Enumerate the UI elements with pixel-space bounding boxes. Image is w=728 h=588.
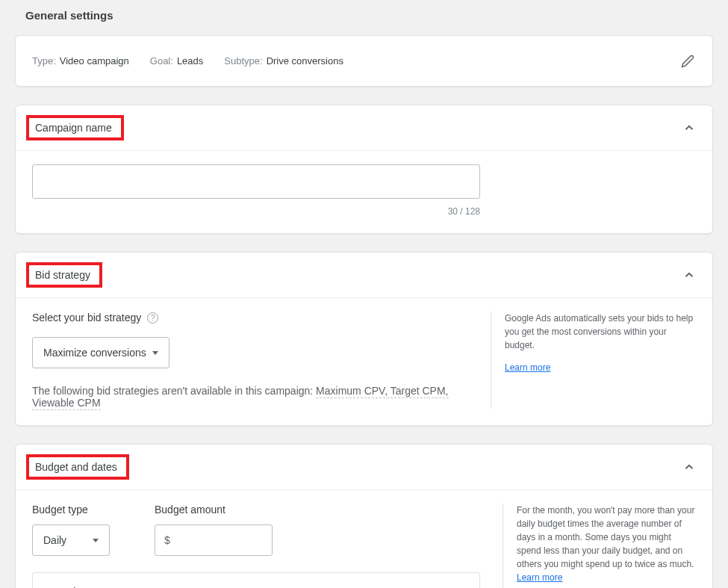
budget-amount-label: Budget amount (155, 504, 273, 516)
chevron-up-icon[interactable] (682, 267, 697, 282)
learn-more-link[interactable]: Learn more (505, 361, 550, 374)
bid-strategy-select-label: Select your bid strategy ? (32, 312, 453, 324)
learn-more-link[interactable]: Learn more (517, 572, 562, 583)
bid-strategy-title: Bid strategy (35, 269, 90, 281)
budget-dates-section: Budget and dates Budget type Daily (15, 444, 713, 588)
budget-type-dropdown[interactable]: Daily (32, 524, 110, 556)
budget-type-group: Budget type Daily (32, 504, 110, 556)
bid-strategy-section: Bid strategy Select your bid strategy ? … (15, 252, 713, 426)
summary-subtype-label: Subtype: (224, 55, 262, 66)
chevron-down-icon (152, 351, 158, 355)
campaign-name-title: Campaign name (35, 122, 112, 134)
campaign-name-title-highlight: Campaign name (26, 115, 124, 140)
bid-strategy-header: Bid strategy (16, 253, 712, 298)
budget-type-label: Budget type (32, 504, 110, 516)
summary-subtype-value: Drive conversions (267, 55, 343, 66)
summary-goal-value: Leads (177, 55, 203, 66)
campaign-name-counter: 30 / 128 (32, 206, 480, 217)
budget-type-value: Daily (43, 534, 66, 546)
campaign-name-input[interactable] (32, 164, 480, 199)
bid-strategy-help-panel: Google Ads automatically sets your bids … (491, 312, 696, 409)
bid-strategy-note: The following bid strategies aren't avai… (32, 385, 453, 409)
budget-help-panel: For the month, you won't pay more than y… (503, 504, 696, 588)
budget-dates-header: Budget and dates (16, 445, 712, 490)
budget-dates-title: Budget and dates (35, 461, 117, 473)
campaign-name-section: Campaign name 30 / 128 (15, 105, 713, 234)
chevron-down-icon (93, 539, 99, 542)
budget-dates-title-highlight: Budget and dates (26, 454, 129, 480)
edit-icon[interactable] (679, 53, 696, 69)
budget-amount-group: Budget amount $ (155, 504, 273, 556)
chevron-up-icon[interactable] (682, 459, 697, 474)
bid-strategy-dropdown[interactable]: Maximize conversions (32, 337, 169, 368)
budget-help-text: For the month, you won't pay more than y… (517, 504, 696, 571)
bid-strategy-selected: Maximize conversions (43, 347, 146, 359)
campaign-name-header: Campaign name (16, 105, 712, 151)
budget-amount-input-wrapper[interactable]: $ (155, 524, 273, 556)
currency-symbol: $ (164, 534, 170, 546)
page-title: General settings (25, 9, 713, 22)
budget-left: Budget type Daily Budget amount $ (32, 504, 480, 588)
bid-strategy-left: Select your bid strategy ? Maximize conv… (32, 312, 468, 409)
dates-text: Start date: End date: None (45, 584, 117, 588)
summary-goal: Goal: Leads (150, 55, 204, 66)
bid-note-prefix: The following bid strategies aren't avai… (32, 385, 316, 397)
chevron-up-icon[interactable] (682, 120, 697, 135)
dates-box: Start date: End date: None Edit (32, 572, 480, 588)
budget-amount-input[interactable] (173, 534, 263, 546)
summary-type: Type: Video campaign (32, 55, 129, 66)
summary-type-label: Type: (32, 55, 56, 66)
bid-strategy-help-text: Google Ads automatically sets your bids … (505, 312, 696, 352)
bid-strategy-select-label-text: Select your bid strategy (32, 312, 141, 324)
bid-strategy-title-highlight: Bid strategy (26, 262, 102, 288)
help-icon[interactable]: ? (147, 312, 158, 324)
start-date-row: Start date: (45, 584, 117, 588)
summary-goal-label: Goal: (150, 55, 173, 66)
summary-subtype: Subtype: Drive conversions (224, 55, 343, 66)
summary-card: Type: Video campaign Goal: Leads Subtype… (15, 35, 713, 87)
summary-type-value: Video campaign (60, 55, 129, 66)
